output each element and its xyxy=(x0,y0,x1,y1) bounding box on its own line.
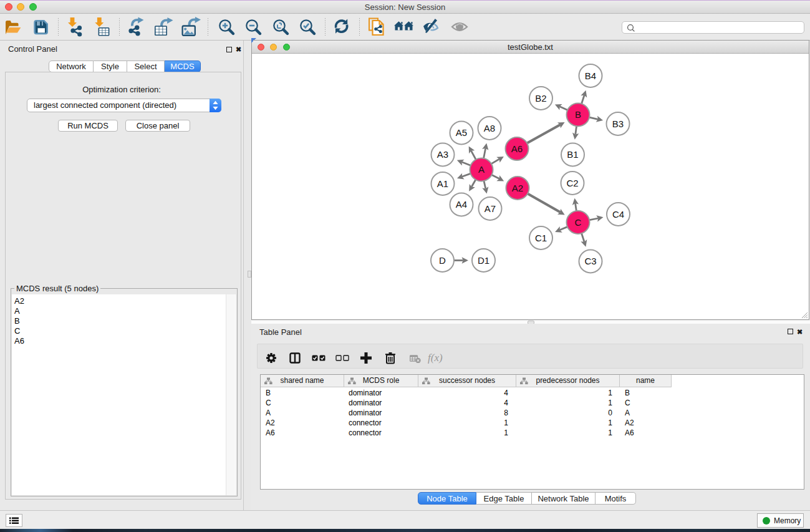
svg-text:C: C xyxy=(575,217,582,228)
svg-text:B2: B2 xyxy=(535,93,546,104)
svg-text:C3: C3 xyxy=(584,256,596,266)
svg-text:C4: C4 xyxy=(612,209,624,220)
svg-text:A: A xyxy=(478,164,485,175)
svg-text:A1: A1 xyxy=(437,178,448,189)
svg-text:D1: D1 xyxy=(478,255,489,266)
svg-text:B4: B4 xyxy=(585,70,596,81)
svg-text:B: B xyxy=(575,109,581,120)
svg-text:A8: A8 xyxy=(484,123,495,133)
svg-text:A3: A3 xyxy=(437,149,448,160)
svg-text:A2: A2 xyxy=(512,183,523,193)
svg-text:B1: B1 xyxy=(567,149,578,160)
svg-text:A7: A7 xyxy=(485,203,496,214)
svg-text:B3: B3 xyxy=(612,118,624,129)
svg-text:A5: A5 xyxy=(456,127,467,138)
svg-text:A6: A6 xyxy=(511,143,523,154)
svg-text:A4: A4 xyxy=(456,199,467,210)
svg-text:C1: C1 xyxy=(535,233,547,243)
svg-text:D: D xyxy=(439,255,446,266)
svg-text:f(x): f(x) xyxy=(428,352,443,364)
svg-text:C2: C2 xyxy=(566,178,578,188)
